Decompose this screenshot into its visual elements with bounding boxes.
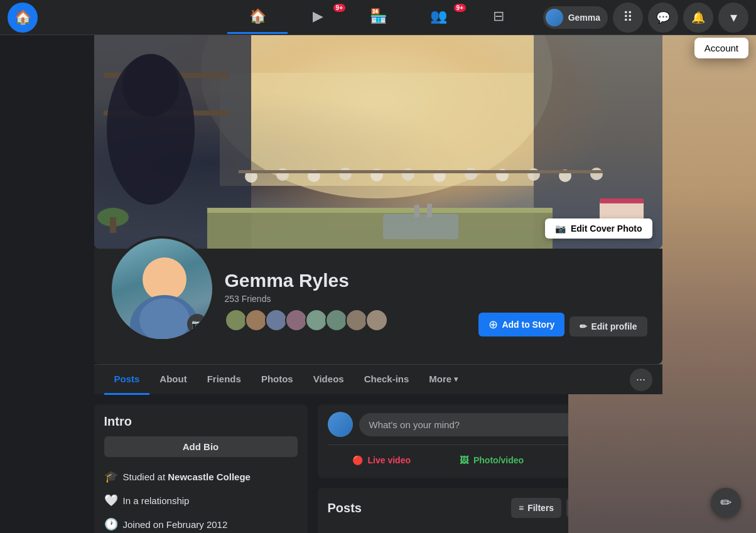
- svg-rect-21: [383, 214, 458, 239]
- profile-nav-posts[interactable]: Posts: [104, 365, 150, 395]
- intro-card: Intro Add Bio 🎓 Studied at Newcastle Col…: [94, 404, 308, 533]
- top-navigation: 🏠 🏠 ▶ 9+ 🏪 👥 9+ ⊟ Gemma ⠿: [0, 0, 756, 35]
- user-name-label: Gemma: [568, 13, 600, 23]
- camera-icon: 📷: [555, 223, 566, 234]
- apps-icon: ⠿: [623, 9, 633, 26]
- profile-section: 📷 Gemma Ryles 253 Friends: [94, 249, 662, 364]
- intro-relationship-item: 🤍 In a relationship: [104, 488, 298, 512]
- posts-title: Posts: [328, 501, 362, 515]
- chevron-down-icon: ▾: [730, 9, 737, 26]
- left-column: Intro Add Bio 🎓 Studied at Newcastle Col…: [94, 404, 308, 533]
- friend-avatars-row: [225, 309, 469, 331]
- change-avatar-button[interactable]: 📷: [187, 314, 207, 334]
- list-view-tab[interactable]: ☰ List view: [328, 525, 490, 533]
- video-nav-icon: ▶: [313, 8, 323, 24]
- friends-count: 253 Friends: [225, 294, 469, 304]
- apps-button[interactable]: ⠿: [613, 3, 643, 33]
- svg-rect-30: [110, 217, 116, 233]
- friends-badge: 9+: [454, 4, 466, 12]
- dropdown-button[interactable]: ▾: [718, 3, 748, 33]
- edit-profile-button[interactable]: ✏ Edit profile: [570, 316, 647, 336]
- edit-messenger-icon: ✏: [720, 495, 732, 511]
- friend-avatar: [285, 309, 308, 331]
- profile-nav-about[interactable]: About: [149, 365, 197, 395]
- svg-rect-28: [600, 198, 644, 203]
- nav-left: 🏠: [8, 3, 38, 33]
- friend-avatar: [225, 309, 247, 331]
- live-video-icon: 🔴: [352, 455, 363, 465]
- profile-nav-photos[interactable]: Photos: [251, 365, 303, 395]
- cover-photo: 📷 Edit Cover Photo: [94, 35, 662, 249]
- home-button[interactable]: 🏠: [8, 3, 38, 33]
- friend-avatar: [245, 309, 267, 331]
- svg-rect-20: [239, 170, 603, 173]
- messenger-icon: 💬: [656, 11, 670, 24]
- intro-title: Intro: [104, 414, 298, 429]
- more-chevron-icon: ▾: [454, 375, 458, 384]
- photo-video-button[interactable]: 🖼 Photo/video: [450, 450, 534, 470]
- profile-actions: ⊕ Add to Story ✏ Edit profile: [478, 313, 647, 342]
- bell-icon: 🔔: [691, 11, 705, 24]
- plus-icon: ⊕: [489, 318, 498, 331]
- nav-right: Gemma ⠿ 💬 🔔 ▾: [543, 3, 748, 33]
- joined-text: Joined on February 2012: [123, 519, 228, 530]
- add-bio-button[interactable]: Add Bio: [104, 436, 298, 457]
- friend-avatar: [265, 309, 288, 331]
- filters-button[interactable]: ≡ Filters: [511, 498, 561, 518]
- svg-rect-22: [414, 205, 419, 217]
- friend-avatar: [365, 309, 388, 331]
- account-dropdown: Account: [694, 38, 748, 58]
- composer-avatar: [328, 412, 353, 437]
- profile-name: Gemma Ryles: [225, 270, 469, 291]
- profile-navigation: Posts About Friends Photos Videos Check-…: [94, 364, 662, 394]
- profile-nav-videos[interactable]: Videos: [303, 365, 354, 395]
- nav-video-item[interactable]: ▶ 9+: [288, 1, 348, 34]
- profile-nav-friends[interactable]: Friends: [197, 365, 251, 395]
- cover-decoration-svg: [94, 35, 662, 249]
- profile-details: Gemma Ryles 253 Friends: [225, 270, 469, 342]
- svg-rect-5: [207, 208, 553, 213]
- friends-nav-icon: 👥: [430, 8, 447, 24]
- live-video-button[interactable]: 🔴 Live video: [342, 450, 421, 470]
- friend-avatar: [325, 309, 348, 331]
- nav-store-item[interactable]: 🏪: [348, 1, 408, 34]
- svg-point-25: [122, 54, 179, 117]
- profile-info-row: 📷 Gemma Ryles 253 Friends: [94, 236, 662, 352]
- profile-avatar: 📷: [109, 236, 215, 342]
- messenger-fab-button[interactable]: ✏: [711, 488, 741, 518]
- heart-icon: 🤍: [104, 493, 117, 507]
- cover-photo-image: [94, 35, 662, 249]
- svg-point-15: [465, 168, 477, 180]
- svg-point-19: [590, 168, 603, 180]
- photo-video-icon: 🖼: [460, 455, 468, 465]
- nav-gaming-item[interactable]: ⊟: [468, 1, 529, 34]
- graduation-icon: 🎓: [104, 470, 117, 483]
- filters-icon: ≡: [519, 503, 524, 513]
- profile-nav-more[interactable]: More ▾: [419, 365, 468, 395]
- svg-point-11: [339, 168, 352, 180]
- messenger-button[interactable]: 💬: [648, 3, 678, 33]
- gaming-nav-icon: ⊟: [493, 8, 504, 24]
- education-text: Studied at Newcastle College: [123, 471, 251, 482]
- notifications-button[interactable]: 🔔: [683, 3, 713, 33]
- intro-education-item: 🎓 Studied at Newcastle College: [104, 465, 298, 488]
- profile-nav-checkins[interactable]: Check-ins: [354, 365, 419, 395]
- user-profile-button[interactable]: Gemma: [543, 6, 608, 29]
- relationship-text: In a relationship: [123, 495, 190, 506]
- add-to-story-button[interactable]: ⊕ Add to Story: [478, 313, 564, 336]
- ellipsis-icon: ···: [636, 373, 645, 386]
- intro-joined-item: 🕐 Joined on February 2012: [104, 512, 298, 533]
- nav-center: 🏠 ▶ 9+ 🏪 👥 9+ ⊟: [227, 1, 529, 34]
- nav-friends-item[interactable]: 👥 9+: [408, 1, 468, 34]
- friend-avatar: [345, 309, 368, 331]
- nav-home-item[interactable]: 🏠: [227, 1, 288, 34]
- camera-small-icon: 📷: [192, 319, 202, 329]
- cover-area: 📷 Edit Cover Photo 📷: [94, 35, 662, 394]
- store-nav-icon: 🏪: [370, 8, 387, 24]
- profile-nav-ellipsis-button[interactable]: ···: [630, 369, 652, 391]
- svg-point-31: [143, 257, 186, 301]
- pencil-icon: ✏: [580, 321, 587, 331]
- home-icon: 🏠: [14, 9, 31, 26]
- clock-icon: 🕐: [104, 517, 117, 531]
- account-label: Account: [705, 43, 738, 53]
